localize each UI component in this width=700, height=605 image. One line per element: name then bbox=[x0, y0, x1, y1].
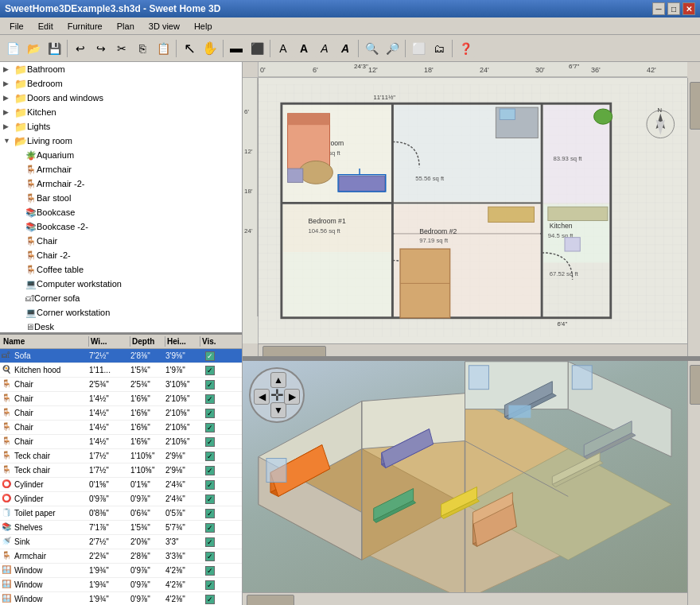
tree-item-lights[interactable]: ▶ 📁 Lights bbox=[0, 119, 242, 134]
tree-item-cornersofa[interactable]: 🛋 Corner sofa bbox=[0, 291, 242, 305]
menu-file[interactable]: File bbox=[3, 20, 30, 33]
tree-item-cornerws[interactable]: 💻 Corner workstation bbox=[0, 305, 242, 320]
cut-button[interactable]: ✂ bbox=[112, 39, 131, 58]
3d-canvas[interactable]: ▲ ▼ ◀ ▶ ✛ bbox=[243, 361, 687, 592]
floorplan-hscroll[interactable] bbox=[259, 343, 687, 356]
text-normal-button[interactable]: A bbox=[274, 39, 293, 58]
furniture-row-cylinder1[interactable]: ⭕Cylinder 0'1⅝" 0'1⅝" 2'4¾" ✓ bbox=[0, 478, 242, 492]
undo-button[interactable]: ↩ bbox=[71, 39, 90, 58]
tree-item-coffeetable[interactable]: 🪑 Coffee table bbox=[0, 262, 242, 277]
compass-down-button[interactable]: ▼ bbox=[270, 402, 286, 418]
v3d-hscroll-thumb[interactable] bbox=[247, 595, 294, 605]
furniture-row-chair4[interactable]: 🪑Chair 1'4½" 1'6⅝" 2'10⅝" ✓ bbox=[0, 421, 242, 435]
row-vis-teckchair1[interactable]: ✓ bbox=[199, 452, 221, 461]
tree-item-bedroom[interactable]: ▶ 📁 Bedroom bbox=[0, 76, 242, 91]
tree-item-kitchen[interactable]: ▶ 📁 Kitchen bbox=[0, 105, 242, 119]
tree-item-computerws[interactable]: 💻 Computer workstation bbox=[0, 277, 242, 291]
text-italic-button[interactable]: A bbox=[315, 39, 334, 58]
row-vis-sink[interactable]: ✓ bbox=[199, 537, 221, 547]
row-vis-cylinder2[interactable]: ✓ bbox=[199, 494, 221, 504]
row-vis-chair3[interactable]: ✓ bbox=[199, 409, 221, 418]
view3d-button[interactable]: 🗂 bbox=[430, 39, 449, 58]
text-bi-button[interactable]: A bbox=[336, 39, 355, 58]
furniture-row-window1[interactable]: 🪟Window 1'9¾" 0'9⅞" 4'2⅜" ✓ bbox=[0, 564, 242, 578]
paste-button[interactable]: 📋 bbox=[154, 39, 173, 58]
save-button[interactable]: 💾 bbox=[45, 39, 64, 58]
furniture-row-shelves[interactable]: 📚Shelves 7'1⅞" 1'5¾" 5'7¾" ✓ bbox=[0, 521, 242, 535]
redo-button[interactable]: ↪ bbox=[91, 39, 111, 58]
compass-right-button[interactable]: ▶ bbox=[284, 389, 300, 405]
tree-item-bathroom[interactable]: ▶ 📁 Bathroom bbox=[0, 62, 242, 76]
furniture-row-armchair[interactable]: 🪑Armchair 2'2¾" 2'8⅜" 3'3⅜" ✓ bbox=[0, 549, 242, 564]
wall-button[interactable]: ▬ bbox=[227, 39, 246, 58]
navigation-compass[interactable]: ▲ ▼ ◀ ▶ ✛ bbox=[249, 367, 305, 423]
furniture-row-toiletpaper[interactable]: 🧻Toilet paper 0'8⅜" 0'6¾" 0'5⅞" ✓ bbox=[0, 506, 242, 521]
open-button[interactable]: 📂 bbox=[24, 39, 43, 58]
help-button[interactable]: ❓ bbox=[456, 39, 475, 58]
row-vis-sofa[interactable]: ✓ bbox=[199, 351, 221, 361]
row-vis-window1[interactable]: ✓ bbox=[199, 566, 221, 576]
tree-item-chair[interactable]: 🪑 Chair bbox=[0, 234, 242, 248]
zoom-out-button[interactable]: 🔎 bbox=[383, 39, 402, 58]
row-vis-window3[interactable]: ✓ bbox=[199, 595, 221, 604]
menu-edit[interactable]: Edit bbox=[32, 20, 60, 33]
minimize-button[interactable]: ─ bbox=[652, 2, 665, 15]
row-vis-chair4[interactable]: ✓ bbox=[199, 423, 221, 432]
row-vis-armchair[interactable]: ✓ bbox=[199, 552, 221, 561]
furniture-row-chair5[interactable]: 🪑Chair 1'4½" 1'6⅝" 2'10⅝" ✓ bbox=[0, 435, 242, 449]
close-button[interactable]: ✕ bbox=[682, 2, 695, 15]
row-vis-kitchenhood[interactable]: ✓ bbox=[199, 366, 221, 375]
furniture-tree[interactable]: ▶ 📁 Bathroom ▶ 📁 Bedroom ▶ 📁 Doors and w… bbox=[0, 62, 242, 335]
pan-button[interactable]: ✋ bbox=[200, 39, 220, 58]
menu-plan[interactable]: Plan bbox=[111, 20, 141, 33]
fp-vscroll-thumb[interactable] bbox=[690, 82, 700, 130]
row-vis-window2[interactable]: ✓ bbox=[199, 580, 221, 590]
tree-item-armchair[interactable]: 🪑 Armchair bbox=[0, 162, 242, 176]
compass-left-button[interactable]: ◀ bbox=[254, 389, 270, 405]
furniture-row-teckchair2[interactable]: 🪑Teck chair 1'7½" 1'10⅝" 2'9⅛" ✓ bbox=[0, 463, 242, 478]
view2d-button[interactable]: ⬜ bbox=[409, 39, 428, 58]
row-vis-cylinder1[interactable]: ✓ bbox=[199, 480, 221, 490]
tree-item-desk[interactable]: 🖥 Desk bbox=[0, 320, 242, 334]
tree-item-bookcase2[interactable]: 📚 Bookcase -2- bbox=[0, 219, 242, 234]
furniture-row-sofa[interactable]: 🛋Sofa 7'2½" 2'8⅜" 3'9⅝" ✓ bbox=[0, 349, 242, 363]
furniture-row-sink[interactable]: 🚿Sink 2'7½" 2'0⅜" 3'3" ✓ bbox=[0, 535, 242, 549]
tree-item-livingroom[interactable]: ▼ 📂 Living room bbox=[0, 134, 242, 148]
row-vis-chair2[interactable]: ✓ bbox=[199, 394, 221, 404]
v3d-vscroll-thumb[interactable] bbox=[690, 365, 700, 405]
furniture-row-chair3[interactable]: 🪑Chair 1'4½" 1'6⅝" 2'10⅝" ✓ bbox=[0, 406, 242, 421]
menu-help[interactable]: Help bbox=[188, 20, 219, 33]
zoom-in-button[interactable]: 🔍 bbox=[362, 39, 381, 58]
compass-up-button[interactable]: ▲ bbox=[270, 372, 286, 388]
row-vis-shelves[interactable]: ✓ bbox=[199, 523, 221, 533]
tree-item-bookcase[interactable]: 📚 Bookcase bbox=[0, 205, 242, 219]
furniture-row-window3[interactable]: 🪟Window 1'9¾" 0'9⅞" 4'2⅜" ✓ bbox=[0, 592, 242, 605]
furniture-row-cylinder2[interactable]: ⭕Cylinder 0'9⅞" 0'9⅞" 2'4¾" ✓ bbox=[0, 492, 242, 506]
floorplan-canvas[interactable]: Living room 229.11 sq ft Bedroom #1 104.… bbox=[259, 78, 687, 343]
furniture-row-window2[interactable]: 🪟Window 1'9¾" 0'9⅞" 4'2⅜" ✓ bbox=[0, 578, 242, 592]
menu-furniture[interactable]: Furniture bbox=[61, 20, 109, 33]
row-vis-chair1[interactable]: ✓ bbox=[199, 380, 221, 390]
tree-item-doors[interactable]: ▶ 📁 Doors and windows bbox=[0, 91, 242, 105]
menu-3dview[interactable]: 3D view bbox=[142, 20, 186, 33]
furniture-row-kitchenhood[interactable]: 🍳Kitchen hood 1'11... 1'5¾" 1'9⅞" ✓ bbox=[0, 363, 242, 378]
floorplan-vscroll[interactable] bbox=[687, 78, 700, 343]
select-button[interactable]: ↖ bbox=[180, 39, 199, 58]
row-vis-teckchair2[interactable]: ✓ bbox=[199, 466, 221, 475]
tree-item-barstool[interactable]: 🪑 Bar stool bbox=[0, 191, 242, 205]
furniture-row-teckchair1[interactable]: 🪑Teck chair 1'7½" 1'10⅝" 2'9⅛" ✓ bbox=[0, 449, 242, 463]
copy-button[interactable]: ⎘ bbox=[133, 39, 152, 58]
floorplan[interactable]: 0' 6' 12' 18' 24' 30' 36' 42' 24'3" 6'7" bbox=[243, 62, 700, 359]
3dview-vscroll[interactable] bbox=[687, 361, 700, 592]
row-vis-toiletpaper[interactable]: ✓ bbox=[199, 509, 221, 518]
3d-view[interactable]: ▲ ▼ ◀ ▶ ✛ bbox=[243, 361, 700, 605]
3dview-hscroll[interactable] bbox=[243, 592, 687, 605]
tree-item-aquarium[interactable]: 🪴 Aquarium bbox=[0, 148, 242, 162]
fp-hscroll-thumb[interactable] bbox=[262, 346, 326, 359]
maximize-button[interactable]: □ bbox=[667, 2, 680, 15]
furniture-row-chair1[interactable]: 🪑Chair 2'5¾" 2'5¾" 3'10⅝" ✓ bbox=[0, 378, 242, 392]
new-button[interactable]: 📄 bbox=[3, 39, 22, 58]
tree-item-armchair2[interactable]: 🪑 Armchair -2- bbox=[0, 176, 242, 191]
furniture-row-chair2[interactable]: 🪑Chair 1'4½" 1'6⅝" 2'10⅝" ✓ bbox=[0, 392, 242, 406]
row-vis-chair5[interactable]: ✓ bbox=[199, 437, 221, 447]
